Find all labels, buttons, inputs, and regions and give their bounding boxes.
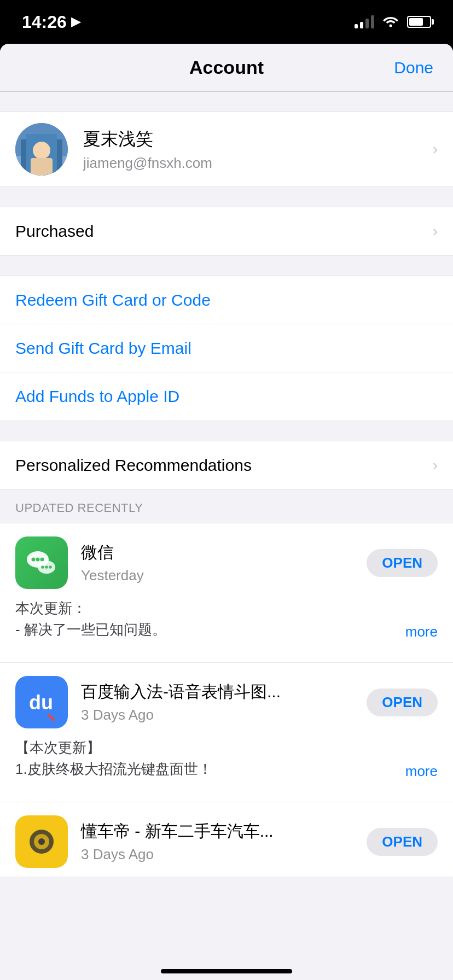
svg-point-20 (38, 838, 45, 845)
signal-icon (355, 15, 374, 28)
add-funds-row[interactable]: Add Funds to Apple ID (0, 372, 453, 421)
svg-point-11 (40, 558, 44, 562)
updated-recently-label: UPDATED RECENTLY (15, 501, 143, 515)
wechat-update-text: 本次更新：- 解决了一些已知问题。 (15, 598, 166, 651)
time-label: 14:26 (22, 12, 67, 32)
recommendations-row[interactable]: Personalized Recommendations › (0, 441, 453, 489)
dongche-date: 3 Days Ago (81, 846, 367, 863)
purchased-section: Purchased › (0, 207, 453, 256)
app-row-top-dongche: 懂车帝 - 新车二手车汽车... 3 Days Ago OPEN (15, 815, 438, 868)
baidu-open-button[interactable]: OPEN (367, 689, 438, 716)
status-bar: 14:26 ▶ (0, 0, 453, 44)
baidu-app-icon: du (15, 676, 68, 728)
dongche-app-icon (15, 815, 68, 868)
app-row-top-wechat: 微信 Yesterday OPEN (15, 536, 438, 589)
send-gift-card-label: Send Gift Card by Email (15, 339, 191, 358)
baidu-info: 百度输入法-语音表情斗图... 3 Days Ago (81, 681, 367, 724)
svg-point-0 (390, 25, 392, 27)
wechat-update-row: 本次更新：- 解决了一些已知问题。 more (15, 598, 438, 662)
purchased-label: Purchased (15, 222, 94, 241)
baidu-name: 百度输入法-语音表情斗图... (81, 681, 367, 703)
wechat-name: 微信 (81, 541, 367, 564)
profile-email: jiameng@fnsxh.com (83, 155, 433, 172)
svg-point-15 (49, 565, 52, 569)
dongche-info: 懂车帝 - 新车二手车汽车... 3 Days Ago (81, 820, 367, 863)
page-title: Account (189, 57, 264, 78)
svg-point-6 (33, 142, 50, 159)
done-button[interactable]: Done (394, 59, 433, 77)
wifi-icon (382, 13, 399, 31)
list-item: 懂车帝 - 新车二手车汽车... 3 Days Ago OPEN (0, 802, 453, 877)
status-icons (355, 13, 431, 31)
section-gap-2 (0, 187, 453, 207)
add-funds-label: Add Funds to Apple ID (15, 387, 179, 406)
recommendations-section: Personalized Recommendations › (0, 441, 453, 490)
purchased-chevron: › (433, 223, 438, 240)
svg-text:du: du (29, 691, 53, 714)
redeem-row[interactable]: Redeem Gift Card or Code (0, 276, 453, 324)
profile-chevron: › (433, 141, 438, 158)
avatar (15, 123, 68, 176)
profile-row[interactable]: 夏末浅笑 jiameng@fnsxh.com › (0, 112, 453, 187)
wechat-info: 微信 Yesterday (81, 541, 367, 584)
baidu-more-link[interactable]: more (405, 763, 438, 791)
purchased-row[interactable]: Purchased › (0, 207, 453, 255)
section-gap-4 (0, 421, 453, 441)
status-time: 14:26 ▶ (22, 12, 80, 32)
dongche-open-button[interactable]: OPEN (367, 828, 438, 856)
redeem-label: Redeem Gift Card or Code (15, 291, 211, 310)
profile-name: 夏末浅笑 (83, 127, 433, 151)
wechat-more-link[interactable]: more (405, 623, 438, 651)
nav-bar: Account Done (0, 44, 453, 92)
app-row-top-baidu: du 百度输入法-语音表情斗图... 3 Days Ago OPEN (15, 676, 438, 728)
section-gap-1 (0, 92, 453, 112)
home-indicator (161, 969, 292, 973)
baidu-update-row: 【本次更新】1.皮肤终极大招流光键盘面世！ more (15, 737, 438, 802)
baidu-date: 3 Days Ago (81, 707, 367, 724)
send-gift-card-row[interactable]: Send Gift Card by Email (0, 324, 453, 372)
list-item: du 百度输入法-语音表情斗图... 3 Days Ago OPEN 【本次更新… (0, 663, 453, 802)
updated-recently-header: UPDATED RECENTLY (0, 490, 453, 523)
baidu-update-text: 【本次更新】1.皮肤终极大招流光键盘面世！ (15, 737, 212, 791)
svg-point-13 (41, 565, 44, 569)
recommendations-chevron: › (433, 457, 438, 474)
wechat-open-button[interactable]: OPEN (367, 549, 438, 577)
battery-icon (407, 16, 431, 28)
section-gap-3 (0, 256, 453, 276)
blue-links-section: Redeem Gift Card or Code Send Gift Card … (0, 276, 453, 421)
profile-info: 夏末浅笑 jiameng@fnsxh.com (83, 127, 433, 172)
app-list: 微信 Yesterday OPEN 本次更新：- 解决了一些已知问题。 more… (0, 523, 453, 877)
wechat-app-icon (15, 536, 68, 589)
main-content: Account Done (0, 44, 453, 980)
wechat-date: Yesterday (81, 567, 367, 584)
dongche-name: 懂车帝 - 新车二手车汽车... (81, 820, 367, 843)
location-icon: ▶ (71, 15, 80, 29)
svg-point-9 (32, 558, 36, 562)
list-item: 微信 Yesterday OPEN 本次更新：- 解决了一些已知问题。 more (0, 523, 453, 663)
recommendations-label: Personalized Recommendations (15, 456, 252, 475)
svg-rect-7 (31, 158, 53, 176)
svg-point-10 (36, 558, 40, 562)
svg-point-14 (45, 565, 48, 569)
